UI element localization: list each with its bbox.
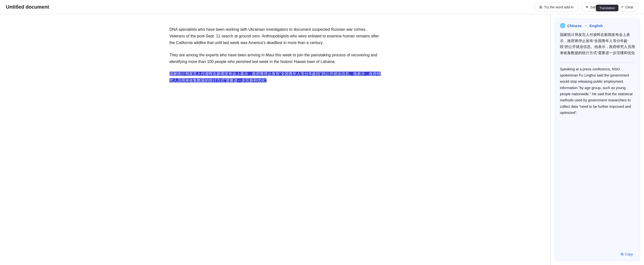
translation-panel: 🌐 Chinese → English 国家统计局发言人付凌晖在新闻发布会上表示… <box>555 18 640 261</box>
main-layout: DNA specialists who have been working wi… <box>0 14 644 265</box>
page-title: Untitled document <box>6 4 49 10</box>
word-addon-button[interactable]: ⊞ Try the word add-in <box>534 3 578 12</box>
source-language-label: Chinese <box>567 24 582 28</box>
paragraph-3: 国家统计局发言人付凌晖在新闻发布会上表示，政府将停止发布“全国青年人等分年龄段”… <box>170 70 381 84</box>
editor-content: DNA specialists who have been working wi… <box>170 26 381 84</box>
arrow-icon: → <box>584 23 588 28</box>
target-language-label: English <box>590 24 603 28</box>
word-addon-icon: ⊞ <box>539 5 542 9</box>
paragraph-1: DNA specialists who have been working wi… <box>170 26 381 46</box>
app-header: Untitled document Translation ⊞ Try the … <box>0 0 644 14</box>
translation-header: 🌐 Chinese → English <box>560 23 635 28</box>
copy-button[interactable]: ⧉ Copy <box>619 251 635 257</box>
clear-button[interactable]: ↗ Clear <box>616 3 638 12</box>
right-panel: 🌐 Chinese → English 国家统计局发言人付凌晖在新闻发布会上表示… <box>550 14 644 265</box>
header-buttons: ⊞ Try the word add-in ✦ Sample text ↗ Cl… <box>534 3 638 12</box>
copy-icon: ⧉ <box>621 252 623 256</box>
translation-divider <box>560 63 635 63</box>
highlighted-chinese-text: 国家统计局发言人付凌晖在新闻发布会上表示，政府将停止发布“全国青年人等分年龄段”… <box>170 72 381 82</box>
sample-text-button[interactable]: ✦ Sample text <box>581 3 613 12</box>
globe-icon: 🌐 <box>560 23 565 28</box>
paragraph-2: They are among the experts who have been… <box>170 52 381 65</box>
star-icon: ✦ <box>586 5 589 9</box>
translation-source-text: 国家统计局发言人付凌晖在新闻发布会上表示，政府将停止发布“全国青年人等分年龄段”… <box>560 32 635 56</box>
translation-result-text: Speaking at a press conference, NSO spok… <box>560 66 635 247</box>
translation-footer: ⧉ Copy <box>560 251 635 257</box>
header-actions: Translation ⊞ Try the word add-in ✦ Samp… <box>534 3 638 12</box>
clear-icon: ↗ <box>620 5 624 9</box>
editor-area[interactable]: DNA specialists who have been working wi… <box>0 14 550 265</box>
